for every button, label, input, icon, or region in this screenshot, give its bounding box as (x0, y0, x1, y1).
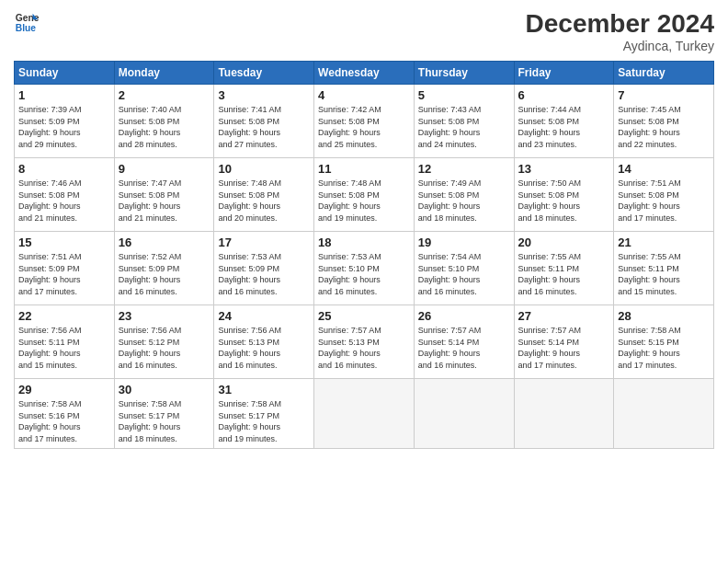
calendar-cell: 31 Sunrise: 7:58 AM Sunset: 5:17 PM Dayl… (214, 379, 314, 449)
day-number: 29 (18, 383, 110, 396)
day-info: Sunrise: 7:53 AM Sunset: 5:10 PM Dayligh… (318, 251, 410, 297)
day-number: 6 (518, 88, 610, 102)
week-row-5: 29 Sunrise: 7:58 AM Sunset: 5:16 PM Dayl… (15, 379, 714, 449)
day-info: Sunrise: 7:58 AM Sunset: 5:15 PM Dayligh… (618, 325, 710, 371)
day-number: 15 (18, 236, 110, 249)
day-number: 19 (418, 236, 510, 249)
calendar-cell: 3 Sunrise: 7:41 AM Sunset: 5:08 PM Dayli… (214, 85, 314, 158)
day-number: 12 (418, 162, 510, 176)
logo-icon: General Blue (14, 9, 40, 35)
day-number: 27 (518, 309, 610, 323)
day-number: 16 (119, 236, 210, 249)
day-number: 11 (318, 162, 410, 176)
day-info: Sunrise: 7:47 AM Sunset: 5:08 PM Dayligh… (119, 178, 210, 224)
month-title: December 2024 (526, 9, 714, 39)
calendar-cell: 17 Sunrise: 7:53 AM Sunset: 5:09 PM Dayl… (214, 232, 314, 305)
calendar-cell: 10 Sunrise: 7:48 AM Sunset: 5:08 PM Dayl… (214, 158, 314, 232)
location: Aydinca, Turkey (526, 39, 714, 53)
calendar-cell: 15 Sunrise: 7:51 AM Sunset: 5:09 PM Dayl… (15, 232, 115, 305)
day-number: 25 (318, 309, 410, 323)
day-number: 22 (18, 309, 110, 323)
week-row-2: 8 Sunrise: 7:46 AM Sunset: 5:08 PM Dayli… (15, 158, 714, 232)
day-number: 3 (218, 88, 310, 102)
day-info: Sunrise: 7:51 AM Sunset: 5:08 PM Dayligh… (618, 178, 710, 224)
day-info: Sunrise: 7:58 AM Sunset: 5:17 PM Dayligh… (119, 398, 210, 444)
calendar-body: 1 Sunrise: 7:39 AM Sunset: 5:09 PM Dayli… (15, 85, 714, 449)
day-info: Sunrise: 7:41 AM Sunset: 5:08 PM Dayligh… (218, 104, 310, 150)
day-info: Sunrise: 7:56 AM Sunset: 5:13 PM Dayligh… (218, 325, 310, 371)
calendar-cell: 18 Sunrise: 7:53 AM Sunset: 5:10 PM Dayl… (314, 232, 415, 305)
day-number: 17 (218, 236, 310, 249)
day-number: 5 (418, 88, 510, 102)
day-number: 31 (218, 383, 310, 396)
calendar-table: SundayMondayTuesdayWednesdayThursdayFrid… (14, 61, 714, 449)
day-number: 21 (618, 236, 710, 249)
day-number: 28 (618, 309, 710, 323)
calendar-cell: 25 Sunrise: 7:57 AM Sunset: 5:13 PM Dayl… (314, 305, 415, 379)
day-number: 13 (518, 162, 610, 176)
day-number: 20 (518, 236, 610, 249)
calendar-cell (414, 379, 514, 449)
day-info: Sunrise: 7:48 AM Sunset: 5:08 PM Dayligh… (218, 178, 310, 224)
day-info: Sunrise: 7:39 AM Sunset: 5:09 PM Dayligh… (18, 104, 110, 150)
day-number: 23 (119, 309, 210, 323)
calendar-page: General Blue December 2024 Aydinca, Turk… (0, 0, 728, 563)
calendar-cell: 14 Sunrise: 7:51 AM Sunset: 5:08 PM Dayl… (614, 158, 714, 232)
day-number: 26 (418, 309, 510, 323)
day-info: Sunrise: 7:56 AM Sunset: 5:11 PM Dayligh… (18, 325, 110, 371)
day-info: Sunrise: 7:49 AM Sunset: 5:08 PM Dayligh… (418, 178, 510, 224)
calendar-cell: 19 Sunrise: 7:54 AM Sunset: 5:10 PM Dayl… (414, 232, 514, 305)
calendar-cell (514, 379, 614, 449)
header: General Blue December 2024 Aydinca, Turk… (14, 9, 714, 53)
day-info: Sunrise: 7:50 AM Sunset: 5:08 PM Dayligh… (518, 178, 610, 224)
calendar-cell: 6 Sunrise: 7:44 AM Sunset: 5:08 PM Dayli… (514, 85, 614, 158)
week-row-3: 15 Sunrise: 7:51 AM Sunset: 5:09 PM Dayl… (15, 232, 714, 305)
day-info: Sunrise: 7:57 AM Sunset: 5:14 PM Dayligh… (518, 325, 610, 371)
day-number: 18 (318, 236, 410, 249)
day-number: 2 (119, 88, 210, 102)
day-info: Sunrise: 7:57 AM Sunset: 5:13 PM Dayligh… (318, 325, 410, 371)
day-number: 7 (618, 88, 710, 102)
calendar-cell: 30 Sunrise: 7:58 AM Sunset: 5:17 PM Dayl… (114, 379, 214, 449)
calendar-cell: 2 Sunrise: 7:40 AM Sunset: 5:08 PM Dayli… (114, 85, 214, 158)
day-info: Sunrise: 7:52 AM Sunset: 5:09 PM Dayligh… (119, 251, 210, 297)
calendar-cell (314, 379, 415, 449)
calendar-cell: 11 Sunrise: 7:48 AM Sunset: 5:08 PM Dayl… (314, 158, 415, 232)
day-info: Sunrise: 7:57 AM Sunset: 5:14 PM Dayligh… (418, 325, 510, 371)
calendar-cell: 7 Sunrise: 7:45 AM Sunset: 5:08 PM Dayli… (614, 85, 714, 158)
day-info: Sunrise: 7:58 AM Sunset: 5:17 PM Dayligh… (218, 398, 310, 444)
day-number: 8 (18, 162, 110, 176)
weekday-header-row: SundayMondayTuesdayWednesdayThursdayFrid… (15, 62, 714, 85)
day-info: Sunrise: 7:45 AM Sunset: 5:08 PM Dayligh… (618, 104, 710, 150)
logo: General Blue (14, 9, 40, 35)
weekday-saturday: Saturday (614, 62, 714, 85)
weekday-wednesday: Wednesday (314, 62, 415, 85)
calendar-cell: 22 Sunrise: 7:56 AM Sunset: 5:11 PM Dayl… (15, 305, 115, 379)
day-info: Sunrise: 7:58 AM Sunset: 5:16 PM Dayligh… (18, 398, 110, 444)
day-info: Sunrise: 7:40 AM Sunset: 5:08 PM Dayligh… (119, 104, 210, 150)
calendar-cell: 23 Sunrise: 7:56 AM Sunset: 5:12 PM Dayl… (114, 305, 214, 379)
day-number: 9 (119, 162, 210, 176)
weekday-sunday: Sunday (15, 62, 115, 85)
day-info: Sunrise: 7:51 AM Sunset: 5:09 PM Dayligh… (18, 251, 110, 297)
title-block: December 2024 Aydinca, Turkey (526, 9, 714, 53)
weekday-friday: Friday (514, 62, 614, 85)
day-number: 14 (618, 162, 710, 176)
day-info: Sunrise: 7:48 AM Sunset: 5:08 PM Dayligh… (318, 178, 410, 224)
day-info: Sunrise: 7:43 AM Sunset: 5:08 PM Dayligh… (418, 104, 510, 150)
calendar-cell: 21 Sunrise: 7:55 AM Sunset: 5:11 PM Dayl… (614, 232, 714, 305)
calendar-cell: 5 Sunrise: 7:43 AM Sunset: 5:08 PM Dayli… (414, 85, 514, 158)
calendar-cell: 13 Sunrise: 7:50 AM Sunset: 5:08 PM Dayl… (514, 158, 614, 232)
day-number: 24 (218, 309, 310, 323)
svg-text:Blue: Blue (16, 23, 37, 33)
calendar-cell: 1 Sunrise: 7:39 AM Sunset: 5:09 PM Dayli… (15, 85, 115, 158)
day-info: Sunrise: 7:53 AM Sunset: 5:09 PM Dayligh… (218, 251, 310, 297)
calendar-cell: 24 Sunrise: 7:56 AM Sunset: 5:13 PM Dayl… (214, 305, 314, 379)
day-number: 4 (318, 88, 410, 102)
calendar-cell: 4 Sunrise: 7:42 AM Sunset: 5:08 PM Dayli… (314, 85, 415, 158)
calendar-cell: 9 Sunrise: 7:47 AM Sunset: 5:08 PM Dayli… (114, 158, 214, 232)
weekday-thursday: Thursday (414, 62, 514, 85)
weekday-monday: Monday (114, 62, 214, 85)
day-info: Sunrise: 7:55 AM Sunset: 5:11 PM Dayligh… (618, 251, 710, 297)
calendar-cell: 26 Sunrise: 7:57 AM Sunset: 5:14 PM Dayl… (414, 305, 514, 379)
